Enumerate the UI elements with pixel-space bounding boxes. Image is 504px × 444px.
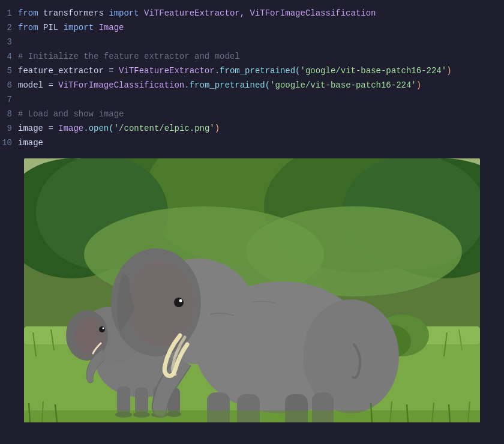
image-container (0, 156, 504, 425)
line-number: 3 (0, 35, 18, 49)
line-number: 2 (0, 21, 18, 34)
line-number: 6 (0, 79, 18, 92)
line-number: 8 (0, 107, 18, 121)
token-op: = (43, 124, 58, 133)
token-str: '/content/elpic.png' (114, 124, 215, 133)
code-block: 1from transformers import ViTFeatureExtr… (0, 0, 504, 156)
token-kw: from (18, 8, 38, 18)
token-cls: ViTFeatureExtractor, ViTForImageClassifi… (139, 8, 376, 18)
token-cls: Image (58, 124, 83, 133)
elephant-scene-svg (24, 158, 480, 422)
code-line: 5feature_extractor = ViTFeatureExtractor… (0, 64, 504, 78)
token-fn: .open( (83, 124, 113, 133)
code-line: 6model = ViTForImageClassification.from_… (0, 78, 504, 92)
token-comment: # Load and show image (18, 109, 124, 119)
line-content: from PIL import Image (18, 21, 124, 34)
token-var: image (18, 138, 43, 148)
line-number: 7 (0, 93, 18, 106)
token-var: model (18, 80, 43, 90)
token-kw: import (109, 8, 139, 18)
token-kw: from (18, 23, 38, 32)
line-number: 10 (0, 136, 18, 149)
line-number: 9 (0, 122, 18, 135)
code-line: 8# Load and show image (0, 107, 504, 121)
token-paren: ) (416, 80, 421, 90)
line-content: from transformers import ViTFeatureExtra… (18, 7, 376, 20)
token-var: feature_extractor (18, 66, 104, 76)
token-op: = (43, 80, 58, 90)
svg-point-56 (174, 298, 184, 307)
line-content: # Initialize the feature extractor and m… (18, 50, 240, 63)
elephant-image (24, 158, 480, 422)
line-number: 4 (0, 50, 18, 63)
line-content: image (18, 136, 43, 149)
token-cls: ViTFeatureExtractor (119, 66, 215, 76)
code-line: 1from transformers import ViTFeatureExtr… (0, 6, 504, 20)
token-var: transformers (38, 8, 109, 18)
line-content: model = ViTForImageClassification.from_p… (18, 79, 421, 92)
svg-point-36 (103, 328, 104, 329)
code-line: 10image (0, 136, 504, 150)
svg-point-35 (99, 326, 105, 332)
line-number: 1 (0, 7, 18, 20)
line-number: 5 (0, 64, 18, 77)
svg-rect-58 (24, 410, 480, 422)
svg-point-41 (126, 260, 196, 347)
line-content: # Load and show image (18, 107, 124, 121)
code-line: 3 (0, 35, 504, 49)
token-cls: Image (94, 23, 124, 32)
code-line: 4# Initialize the feature extractor and … (0, 49, 504, 64)
token-op: = (104, 66, 119, 76)
line-content (18, 35, 23, 49)
token-cls: ViTForImageClassification (58, 80, 184, 90)
token-paren: ) (215, 124, 220, 133)
token-str: 'google/vit-base-patch16-224' (270, 80, 416, 90)
token-var: PIL (38, 23, 64, 32)
token-str: 'google/vit-base-patch16-224' (301, 66, 447, 76)
token-comment: # Initialize the feature extractor and m… (18, 52, 240, 61)
code-line: 7 (0, 92, 504, 107)
token-kw: import (64, 23, 94, 32)
token-fn: .from_pretrained( (184, 80, 270, 90)
token-fn: .from_pretrained( (215, 66, 301, 76)
code-line: 2from PIL import Image (0, 20, 504, 35)
line-content: image = Image.open('/content/elpic.png') (18, 122, 220, 135)
line-content (18, 93, 23, 106)
token-var: image (18, 124, 43, 133)
line-content: feature_extractor = ViTFeatureExtractor.… (18, 64, 452, 77)
svg-point-26 (75, 316, 105, 355)
token-paren: ) (446, 66, 451, 76)
code-line: 9image = Image.open('/content/elpic.png'… (0, 121, 504, 136)
svg-point-57 (179, 299, 182, 302)
